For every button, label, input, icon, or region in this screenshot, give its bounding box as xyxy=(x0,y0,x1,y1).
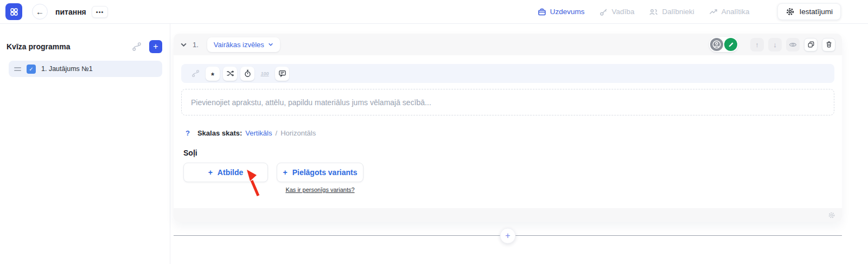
question-item-label: 1. Jautājums №1 xyxy=(41,65,93,73)
person-circle-icon xyxy=(712,40,722,49)
timer-button[interactable] xyxy=(240,67,254,81)
back-button[interactable]: ← xyxy=(32,4,48,20)
collapse-chevron-icon[interactable] xyxy=(180,41,187,48)
question-card-header: 1. Vairākas izvēles xyxy=(174,34,842,55)
app-grid-button[interactable] xyxy=(5,3,22,20)
sidebar-title: Kvīza programma xyxy=(7,42,70,51)
tab-label: Vadība xyxy=(612,8,635,16)
more-options-button[interactable]: ••• xyxy=(92,6,108,18)
add-answer-button[interactable]: + Atbilde xyxy=(183,163,268,182)
required-button[interactable]: * xyxy=(206,67,220,81)
add-question-sidebar-button[interactable]: + xyxy=(149,40,162,53)
delete-button[interactable] xyxy=(822,38,835,51)
add-question-button[interactable]: + xyxy=(500,228,516,243)
question-card: 1. Vairākas izvēles xyxy=(174,34,842,222)
trash-icon xyxy=(825,41,833,48)
top-navigation: Uzdevums Vadība Dalībnieki xyxy=(538,8,750,16)
plus-icon: + xyxy=(283,168,287,177)
branch-logic-icon[interactable] xyxy=(132,42,142,51)
scale-view-label: Skalas skats: xyxy=(197,129,242,137)
tab-analitika[interactable]: Analītika xyxy=(709,8,750,16)
plus-icon: + xyxy=(505,231,510,240)
preview-button[interactable] xyxy=(786,38,800,51)
asterisk-icon: * xyxy=(211,70,214,80)
gear-icon xyxy=(786,7,795,16)
tab-dalibnieki[interactable]: Dalībnieki xyxy=(649,8,694,16)
plus-icon: + xyxy=(153,42,158,51)
topbar: ← питання ••• Uzdevums Vadība xyxy=(0,0,868,24)
move-up-button[interactable]: ↑ xyxy=(750,38,764,51)
shuffle-button[interactable] xyxy=(223,67,237,81)
description-input[interactable]: Pievienojiet aprakstu, attēlu, papildu m… xyxy=(181,89,834,115)
duplicate-button[interactable] xyxy=(804,38,818,51)
question-number: 1. xyxy=(193,41,199,49)
check-icon: ✓ xyxy=(29,66,33,72)
branching-button[interactable] xyxy=(188,67,202,81)
copy-icon xyxy=(807,41,815,48)
question-type-label: Vairākas izvēles xyxy=(214,41,264,49)
page-title: питання xyxy=(55,8,86,16)
tab-label: Analītika xyxy=(722,8,750,16)
footer-gear-icon[interactable] xyxy=(828,211,835,219)
respondent-view-toggle[interactable] xyxy=(710,38,723,51)
question-editor: 1. Vairākas izvēles xyxy=(170,24,868,264)
tab-label: Dalībnieki xyxy=(662,8,694,16)
comment-button[interactable] xyxy=(275,67,289,81)
settings-button[interactable]: Iestatījumi xyxy=(777,3,841,20)
edit-mode-toggle[interactable] xyxy=(724,38,737,51)
stopwatch-icon xyxy=(244,69,252,78)
scale-view-row: ? Skalas skats: Vertikāls / Horizontāls xyxy=(181,129,834,137)
custom-variant-help-link[interactable]: Kas ir personīgs variants? xyxy=(285,186,354,193)
trend-icon xyxy=(709,8,718,16)
pencil-icon xyxy=(727,41,735,48)
mode-toggle xyxy=(709,37,738,52)
chevron-down-icon xyxy=(268,42,273,47)
steps-title: Soļi xyxy=(181,149,834,157)
comment-icon xyxy=(278,69,286,78)
question-type-select[interactable]: Vairākas izvēles xyxy=(207,37,280,52)
help-icon[interactable]: ? xyxy=(186,129,190,137)
move-down-button[interactable]: ↓ xyxy=(768,38,782,51)
scale-vertical-link[interactable]: Vertikāls xyxy=(245,129,272,137)
quiz-program-sidebar: Kvīza programma + ✓ 1. Jautājums №1 xyxy=(0,24,170,264)
key-icon xyxy=(599,8,608,16)
tab-vadiba[interactable]: Vadība xyxy=(599,8,635,16)
tab-uzdevums[interactable]: Uzdevums xyxy=(538,8,585,16)
branch-icon xyxy=(192,69,200,78)
scale-separator: / xyxy=(276,129,278,137)
add-answer-label: Atbilde xyxy=(218,168,243,177)
question-card-body: * xyxy=(174,55,842,208)
plus-icon: + xyxy=(208,168,213,177)
arrow-up-icon: ↑ xyxy=(755,41,759,49)
scale-horizontal-link[interactable]: Horizontāls xyxy=(280,129,316,137)
question-checkbox[interactable]: ✓ xyxy=(27,65,36,74)
people-icon xyxy=(649,8,658,16)
question-list-item[interactable]: ✓ 1. Jautājums №1 xyxy=(9,61,162,77)
add-custom-variant-button[interactable]: + Pielāgots variants xyxy=(277,163,363,182)
score-button[interactable]: 100 xyxy=(258,67,272,81)
steps-buttons-row: + Atbilde + Pielāgots variants Kas ir pe… xyxy=(181,163,834,193)
question-card-footer xyxy=(174,208,842,222)
question-toolbar: * xyxy=(181,64,834,83)
ellipsis-icon: ••• xyxy=(96,9,104,15)
arrow-down-icon: ↓ xyxy=(773,41,777,49)
eye-icon xyxy=(789,41,797,49)
settings-label: Iestatījumi xyxy=(799,8,833,16)
grid-icon xyxy=(10,8,18,16)
add-custom-label: Pielāgots variants xyxy=(292,168,358,177)
drag-handle-icon[interactable] xyxy=(14,67,21,71)
tab-label: Uzdevums xyxy=(550,8,585,16)
back-arrow-icon: ← xyxy=(36,7,44,16)
shuffle-icon xyxy=(226,69,234,78)
description-placeholder: Pievienojiet aprakstu, attēlu, papildu m… xyxy=(191,98,431,107)
briefcase-icon xyxy=(538,8,546,16)
add-question-divider: + xyxy=(174,235,842,236)
score-100-icon: 100 xyxy=(260,71,269,76)
